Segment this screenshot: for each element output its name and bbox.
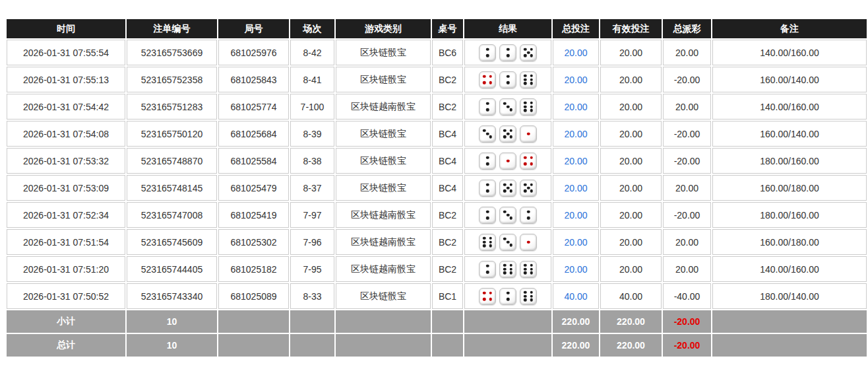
cell-bet-id: 523165750120 [127, 121, 217, 147]
header-time: 时间 [7, 19, 125, 38]
summary-empty-round [218, 334, 289, 357]
cell-round-no: 681025182 [218, 256, 289, 282]
die-icon [479, 180, 496, 197]
total-bet-link[interactable]: 20.00 [564, 48, 587, 58]
cell-round-no: 681025843 [218, 67, 289, 92]
cell-total-payout: -40.00 [663, 283, 711, 309]
cell-time: 2026-01-31 07:55:13 [7, 67, 125, 92]
cell-total-payout: 20.00 [663, 175, 711, 201]
summary-valid-bet: 220.00 [600, 334, 662, 357]
summary-empty-session [290, 334, 334, 357]
table-header-row: 时间 注单编号 局号 场次 游戏类别 桌号 结果 总投注 有效投注 总派彩 备注 [7, 19, 867, 38]
cell-round-no: 681025684 [218, 121, 289, 147]
total-bet-link[interactable]: 20.00 [564, 129, 587, 139]
summary-empty-table [432, 334, 463, 357]
cell-remark: 140.00/160.00 [712, 40, 867, 65]
dice-result [479, 234, 537, 251]
die-icon [520, 288, 537, 305]
cell-game-type: 区块链骰宝 [336, 175, 431, 201]
cell-remark: 160.00/140.00 [712, 67, 867, 92]
total-row: 总计10220.00220.00-20.00 [7, 334, 867, 357]
cell-total-bet: 40.00 [553, 283, 599, 309]
summary-count: 10 [127, 310, 217, 333]
cell-total-bet: 20.00 [553, 148, 599, 174]
total-bet-link[interactable]: 40.00 [564, 291, 587, 302]
die-icon [499, 180, 516, 197]
table-body: 2026-01-31 07:55:54523165753669681025976… [7, 40, 867, 357]
cell-game-type: 区块链越南骰宝 [336, 256, 431, 282]
cell-remark: 140.00/160.00 [712, 256, 867, 282]
die-icon [479, 98, 496, 116]
total-bet-link[interactable]: 20.00 [564, 210, 587, 221]
cell-table-no: BC6 [432, 40, 463, 65]
table-row: 2026-01-31 07:54:08523165750120681025684… [7, 121, 867, 147]
header-session: 场次 [290, 19, 334, 38]
cell-result [464, 229, 551, 255]
cell-valid-bet: 20.00 [600, 40, 662, 65]
cell-time: 2026-01-31 07:51:20 [7, 256, 125, 282]
cell-time: 2026-01-31 07:51:54 [7, 229, 125, 255]
summary-empty-game [336, 334, 431, 357]
cell-table-no: BC4 [432, 148, 463, 174]
die-icon [499, 125, 516, 143]
summary-count: 10 [127, 334, 217, 357]
cell-valid-bet: 20.00 [600, 175, 662, 201]
cell-table-no: BC4 [432, 121, 463, 147]
cell-time: 2026-01-31 07:50:52 [7, 283, 125, 309]
die-icon [479, 125, 496, 143]
cell-round-no: 681025479 [218, 175, 289, 201]
table-row: 2026-01-31 07:54:42523165751283681025774… [7, 94, 867, 120]
cell-round-no: 681025584 [218, 148, 289, 174]
cell-bet-id: 523165753669 [127, 40, 217, 65]
die-icon [499, 98, 516, 116]
cell-bet-id: 523165752358 [127, 67, 217, 92]
cell-game-type: 区块链骰宝 [336, 40, 431, 65]
cell-bet-id: 523165751283 [127, 94, 217, 120]
cell-total-payout: 20.00 [663, 40, 711, 65]
total-bet-link[interactable]: 20.00 [564, 75, 587, 85]
cell-table-no: BC2 [432, 256, 463, 282]
cell-table-no: BC2 [432, 94, 463, 120]
die-icon [520, 234, 537, 251]
cell-valid-bet: 20.00 [600, 67, 662, 92]
dice-result [479, 44, 537, 61]
cell-result [464, 121, 551, 147]
cell-valid-bet: 20.00 [600, 121, 662, 147]
total-bet-link[interactable]: 20.00 [564, 264, 587, 275]
cell-result [464, 256, 551, 282]
cell-total-bet: 20.00 [553, 256, 599, 282]
total-bet-link[interactable]: 20.00 [564, 102, 587, 112]
total-bet-link[interactable]: 20.00 [564, 156, 587, 166]
table-row: 2026-01-31 07:53:09523165748145681025479… [7, 175, 867, 201]
die-icon [520, 71, 537, 88]
cell-table-no: BC1 [432, 283, 463, 309]
total-bet-link[interactable]: 20.00 [564, 183, 587, 193]
cell-game-type: 区块链越南骰宝 [336, 202, 431, 228]
cell-total-bet: 20.00 [553, 175, 599, 201]
cell-time: 2026-01-31 07:53:32 [7, 148, 125, 174]
cell-table-no: BC2 [432, 202, 463, 228]
cell-time: 2026-01-31 07:53:09 [7, 175, 125, 201]
cell-bet-id: 523165744405 [127, 256, 217, 282]
cell-session: 8-37 [290, 175, 334, 201]
total-bet-link[interactable]: 20.00 [564, 237, 587, 248]
cell-total-payout: -20.00 [663, 121, 711, 147]
cell-round-no: 681025419 [218, 202, 289, 228]
summary-label: 总计 [7, 334, 125, 357]
cell-result [464, 40, 551, 65]
cell-round-no: 681025302 [218, 229, 289, 255]
cell-session: 7-100 [290, 94, 334, 120]
dice-result [479, 125, 537, 143]
cell-round-no: 681025774 [218, 94, 289, 120]
die-icon [479, 288, 496, 305]
die-icon [479, 207, 496, 224]
cell-session: 7-95 [290, 256, 334, 282]
table-row: 2026-01-31 07:55:13523165752358681025843… [7, 67, 867, 92]
summary-empty-game [336, 310, 431, 333]
cell-result [464, 283, 551, 309]
die-icon [520, 180, 537, 197]
cell-bet-id: 523165745609 [127, 229, 217, 255]
cell-session: 7-97 [290, 202, 334, 228]
summary-empty-round [218, 310, 289, 333]
header-remark: 备注 [712, 19, 867, 38]
